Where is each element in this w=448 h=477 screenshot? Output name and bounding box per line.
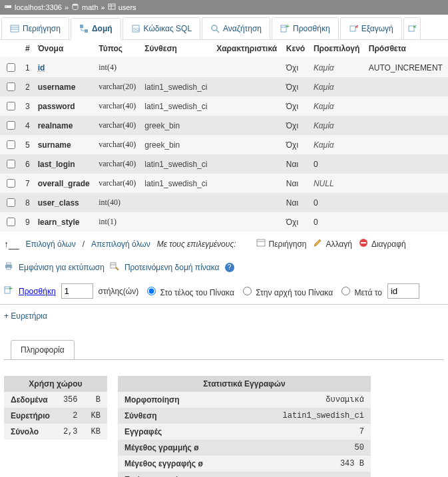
row-checkbox[interactable] xyxy=(7,102,15,110)
pos-start-option[interactable]: Στην αρχή του Πίνακα xyxy=(240,285,333,297)
print-view-link[interactable]: Εμφάνιση για εκτύπωση xyxy=(19,263,105,272)
table-row: Μέγεθος γραμμής ø50 xyxy=(118,440,371,456)
row-checkbox[interactable] xyxy=(7,82,15,91)
tab-sql[interactable]: SQL Κώδικας SQL xyxy=(122,17,201,39)
svg-line-16 xyxy=(216,30,219,33)
col-null: Όχι xyxy=(282,116,310,135)
bulk-drop[interactable]: Διαγραφή xyxy=(359,238,406,249)
uncheck-all-link[interactable]: Απεπιλογή όλων xyxy=(91,239,150,249)
tab-insert[interactable]: + Προσθήκη xyxy=(272,17,339,39)
space-index-val: 2 xyxy=(57,408,85,424)
space-data-label: Δεδομένα xyxy=(4,392,57,408)
indexes-toggle[interactable]: + Ευρετήρια xyxy=(0,305,448,327)
pos-after-radio[interactable] xyxy=(341,287,350,295)
tab-search[interactable]: Αναζήτηση xyxy=(202,17,270,39)
col-attributes xyxy=(212,116,282,135)
space-data-val: 356 xyxy=(57,392,85,408)
col-type: varchar(40) xyxy=(95,96,140,116)
space-total-label: Σύνολο xyxy=(4,424,57,440)
breadcrumb-table[interactable]: users xyxy=(118,3,136,11)
col-attributes xyxy=(212,96,282,116)
row-checkbox[interactable] xyxy=(7,140,15,149)
svg-rect-22 xyxy=(257,239,265,246)
after-field-input[interactable] xyxy=(387,283,419,299)
tab-browse[interactable]: Περιήγηση xyxy=(1,17,69,39)
with-selected-label: Με τους επιλεγμένους: xyxy=(157,239,236,249)
space-total-unit: KB xyxy=(85,424,107,440)
breadcrumb: localhost:3306 » math » users xyxy=(0,0,448,15)
table-row: Μορφοποίησηδυναμικά xyxy=(118,392,371,408)
propose-structure-link[interactable]: Προτεινόμενη δομή πίνακα xyxy=(124,263,220,272)
svg-point-2 xyxy=(73,4,78,6)
row-checkbox[interactable] xyxy=(7,198,15,207)
col-default: Προεπιλογή xyxy=(310,40,365,58)
row-checkbox[interactable] xyxy=(7,63,15,72)
table-icon xyxy=(108,3,116,12)
row-checkbox[interactable] xyxy=(7,218,15,226)
column-name: password xyxy=(38,102,75,111)
add-count-input[interactable] xyxy=(61,283,93,299)
search-icon xyxy=(210,24,220,33)
column-name-link[interactable]: id xyxy=(38,63,45,73)
table-row: Σύνθεσηlatin1_swedish_ci xyxy=(118,408,371,424)
tab-structure-label: Δομή xyxy=(92,24,112,33)
row-checkbox[interactable] xyxy=(7,179,15,188)
col-extra xyxy=(365,116,448,135)
bulk-change[interactable]: Αλλαγή xyxy=(313,238,351,249)
row-checkbox[interactable] xyxy=(7,160,15,168)
col-attributes xyxy=(212,135,282,154)
info-tab[interactable]: Πληροφορία xyxy=(11,340,75,360)
col-extra xyxy=(365,193,448,212)
export-icon xyxy=(349,24,358,33)
col-default: Καμία xyxy=(314,121,334,130)
check-all-link[interactable]: Επιλογή όλων xyxy=(26,239,76,249)
table-row: Σύνολο 2,3 KB xyxy=(4,424,107,440)
col-name: Όνομα xyxy=(34,40,95,58)
table-row: 6last_loginvarchar(40)latin1_swedish_ciΝ… xyxy=(0,154,448,174)
tab-export[interactable]: Εξαγωγή xyxy=(340,17,402,39)
tools-row: Εμφάνιση για εκτύπωση Προτεινόμενη δομή … xyxy=(0,256,448,278)
sql-icon: SQL xyxy=(131,24,140,33)
tab-more[interactable] xyxy=(403,17,421,39)
bulk-browse[interactable]: Περιήγηση xyxy=(256,238,307,249)
col-num: 5 xyxy=(21,135,34,154)
col-null: Όχι xyxy=(282,212,310,232)
import-icon xyxy=(407,24,417,33)
help-icon[interactable]: ? xyxy=(225,263,234,272)
col-num: 2 xyxy=(21,77,34,96)
pos-end-option[interactable]: Στο τέλος του Πίνακα xyxy=(144,285,234,297)
space-index-unit: KB xyxy=(85,408,107,424)
col-collation: latin1_swedish_ci xyxy=(140,154,212,174)
breadcrumb-db[interactable]: math xyxy=(82,3,98,11)
col-collation: greek_bin xyxy=(140,116,212,135)
col-type: int(40) xyxy=(95,193,140,212)
col-extra xyxy=(365,212,448,232)
col-null: Όχι xyxy=(282,58,310,78)
svg-rect-28 xyxy=(7,267,11,269)
pos-end-radio[interactable] xyxy=(147,287,156,295)
table-row: Μέγεθος εγγραφής ø343 B xyxy=(118,456,371,472)
col-null: Κενό xyxy=(282,40,310,58)
pos-start-radio[interactable] xyxy=(243,287,252,295)
pos-after-option[interactable]: Μετά το xyxy=(338,285,382,297)
col-attributes xyxy=(212,58,282,78)
col-num: 8 xyxy=(21,193,34,212)
col-default: Καμία xyxy=(314,102,334,111)
browse-icon xyxy=(256,238,266,249)
add-columns-link[interactable]: Προσθήκη xyxy=(19,287,56,296)
col-collation: latin1_swedish_ci xyxy=(140,174,212,193)
column-name: user_class xyxy=(38,198,79,208)
table-row: 1idint(4)ΌχιΚαμίαAUTO_INCREMENT xyxy=(0,58,448,78)
tab-structure[interactable]: Δομή xyxy=(71,18,121,40)
browse-icon xyxy=(10,24,19,33)
row-checkbox[interactable] xyxy=(7,121,15,130)
breadcrumb-server[interactable]: localhost:3306 xyxy=(15,3,62,11)
svg-rect-10 xyxy=(85,29,88,33)
col-attributes xyxy=(212,212,282,232)
col-type: int(1) xyxy=(95,212,140,232)
col-attributes: Χαρακτηριστικά xyxy=(212,40,282,58)
space-usage-table: Χρήση χώρου Δεδομένα 356 B Ευρετήριο 2 K… xyxy=(4,376,107,440)
arrow-up-icon: ↑__ xyxy=(4,239,19,249)
tab-browse-label: Περιήγηση xyxy=(23,24,61,33)
col-num: 3 xyxy=(21,96,34,116)
